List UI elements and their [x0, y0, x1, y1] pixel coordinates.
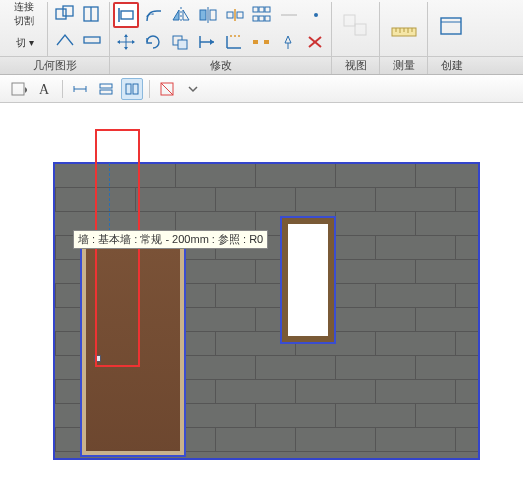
svg-rect-19: [259, 16, 264, 21]
svg-rect-12: [227, 12, 233, 18]
opt-dropdown[interactable]: [182, 78, 204, 100]
separator: [149, 80, 150, 98]
split-gap-button[interactable]: [249, 30, 273, 54]
svg-line-57: [161, 83, 173, 95]
separator: [62, 80, 63, 98]
svg-rect-2: [63, 6, 73, 16]
svg-rect-20: [265, 16, 270, 21]
offset-button[interactable]: [142, 3, 166, 27]
svg-rect-52: [100, 84, 112, 88]
pin-button[interactable]: [276, 30, 300, 54]
opt-prefer-button[interactable]: [95, 78, 117, 100]
svg-rect-53: [100, 90, 112, 94]
svg-rect-33: [264, 40, 269, 44]
split-geometry-button[interactable]: [80, 2, 104, 26]
activate-dimensions-button[interactable]: [69, 78, 91, 100]
group-label-view: 视图: [332, 57, 380, 74]
group-label-create: 创建: [428, 57, 476, 74]
options-bar: A: [0, 75, 523, 103]
rotate-button[interactable]: [141, 30, 165, 54]
connect-cut-button[interactable]: 连接切割: [13, 2, 37, 26]
svg-rect-47: [12, 83, 24, 95]
svg-rect-15: [253, 7, 258, 12]
modify-dropdown[interactable]: [8, 78, 30, 100]
split-element-button[interactable]: [223, 3, 247, 27]
ribbon-group-measure: [380, 2, 428, 56]
model-canvas[interactable]: 墙 : 基本墙 : 常规 - 200mm : 参照 : R0: [0, 103, 523, 500]
svg-rect-13: [237, 12, 243, 18]
multiple-align-button[interactable]: [121, 78, 143, 100]
array-button[interactable]: [250, 3, 274, 27]
svg-rect-7: [121, 11, 133, 19]
ribbon-group-left: 连接切割 切 ▾: [2, 2, 48, 56]
create-button[interactable]: [434, 8, 470, 44]
svg-rect-18: [253, 16, 258, 21]
text-tool-button[interactable]: A: [34, 78, 56, 100]
cut-dropdown[interactable]: 切 ▾: [13, 30, 37, 54]
svg-rect-5: [84, 37, 100, 43]
ribbon: 连接切割 切 ▾: [0, 0, 523, 75]
mirror-draw-button[interactable]: [196, 3, 220, 27]
group-label-measure: 测量: [380, 57, 428, 74]
extend-button: [277, 3, 301, 27]
svg-rect-17: [265, 7, 270, 12]
filter-button[interactable]: [156, 78, 178, 100]
view-button: [338, 8, 374, 44]
svg-text:切 ▾: 切 ▾: [16, 37, 34, 48]
wall-joins-button[interactable]: [80, 28, 104, 52]
ribbon-top: 连接切割 切 ▾: [0, 0, 523, 56]
svg-rect-55: [133, 84, 138, 94]
cope-button[interactable]: [53, 28, 77, 52]
svg-text:A: A: [39, 82, 50, 97]
svg-rect-54: [126, 84, 131, 94]
svg-rect-45: [441, 18, 461, 34]
svg-point-22: [314, 13, 318, 17]
join-geometry-button[interactable]: [53, 2, 77, 26]
element-tooltip: 墙 : 基本墙 : 常规 - 200mm : 参照 : R0: [73, 230, 268, 249]
svg-rect-32: [253, 40, 258, 44]
trim-extend-button[interactable]: [195, 30, 219, 54]
group-label-modify: 修改: [110, 57, 332, 74]
delete-button[interactable]: [303, 30, 327, 54]
ribbon-group-view: [332, 2, 380, 56]
ribbon-group-create: [428, 2, 476, 56]
svg-rect-1: [56, 9, 66, 19]
trim-corner-button[interactable]: [222, 30, 246, 54]
copy-button[interactable]: [168, 30, 192, 54]
window-element[interactable]: [282, 218, 334, 342]
svg-rect-11: [210, 10, 216, 20]
group-label-geometry: 几何图形: [0, 57, 110, 74]
ribbon-group-modify: [110, 2, 332, 56]
svg-rect-38: [355, 24, 366, 35]
svg-rect-26: [178, 40, 187, 49]
ribbon-group-labels: 几何图形 修改 视图 测量 创建: [0, 56, 523, 74]
measure-button[interactable]: [386, 8, 422, 44]
mirror-axis-button[interactable]: [169, 3, 193, 27]
ribbon-group-geometry: [48, 2, 110, 56]
svg-rect-16: [259, 7, 264, 12]
scale-button[interactable]: [304, 3, 328, 27]
move-button[interactable]: [114, 30, 138, 54]
svg-rect-10: [200, 10, 206, 20]
align-button[interactable]: [113, 2, 139, 28]
svg-rect-37: [344, 15, 355, 26]
